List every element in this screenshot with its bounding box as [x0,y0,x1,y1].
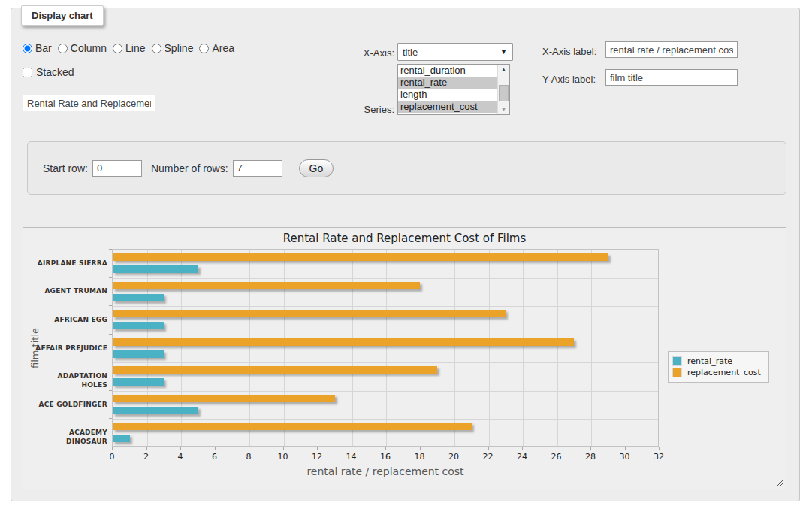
go-button[interactable]: Go [299,159,334,177]
scroll-up-icon[interactable]: ▲ [498,65,509,74]
x-axis-title: rental rate / replacement cost [112,465,659,477]
gridline [113,362,658,363]
x-tick-label: 32 [654,452,664,462]
gridline [523,250,524,446]
radio-label: Area [212,42,234,54]
x-tick [180,447,181,450]
y-tick [109,277,112,278]
radio-label: Column [71,42,107,54]
x-axis-select-label: X-Axis: [342,47,394,59]
y-tick [109,305,112,306]
scroll-down-icon[interactable]: ▼ [498,105,509,114]
chart-type-option-bar[interactable]: Bar [23,42,52,54]
gridline [489,250,490,446]
x-tick [112,447,113,450]
scrollbar-thumb[interactable] [499,85,509,101]
x-tick-label: 30 [620,452,630,462]
legend-swatch [672,368,682,377]
series-option-replacement_cost[interactable]: replacement_cost [398,101,497,113]
chart-title-input[interactable] [23,95,155,111]
x-tick [522,447,523,450]
x-tick [659,447,660,450]
category-label: ACE GOLDFINGER [34,400,107,409]
x-axis-selected-value: title [403,47,418,58]
stacked-checkbox[interactable] [23,68,32,77]
legend-item: replacement_cost [672,368,761,377]
chart-type-radio-group: BarColumnLineSplineArea [23,42,240,54]
stacked-option[interactable]: Stacked [23,66,74,78]
x-tick-label: 20 [448,452,459,462]
y-tick [109,447,112,447]
x-tick [385,447,386,450]
y-tick [109,249,112,250]
x-tick-label: 8 [246,452,252,462]
x-tick-label: 18 [415,452,425,462]
x-tick-label: 4 [178,452,183,462]
x-tick-label: 10 [278,452,288,462]
gridline [591,250,592,446]
chart-bar [113,395,335,402]
gridline [626,250,626,446]
x-tick-label: 16 [380,452,391,462]
x-tick-label: 0 [110,452,115,462]
x-tick [557,447,557,450]
fieldset-legend: Display chart [21,5,104,26]
gridline [113,419,658,420]
page: Display chart BarColumnLineSplineArea St… [0,0,812,512]
gridline [421,250,421,446]
x-tick [488,447,489,450]
category-label: ADAPTATION HOLES [34,371,107,389]
y-tick [109,362,112,362]
chart-bar [113,253,608,261]
radio-area[interactable] [199,44,209,53]
number-of-rows-input[interactable] [233,160,282,177]
gridline [147,250,148,446]
series-option-rental_rate[interactable]: rental_rate [398,77,497,89]
radio-line[interactable] [113,44,122,53]
chart-type-option-area[interactable]: Area [199,42,234,54]
gridline [113,278,658,279]
chart-bar [113,338,574,346]
chart-title: Rental Rate and Replacement Cost of Film… [23,232,786,245]
legend-label: replacement_cost [687,368,761,377]
chart-bar [113,322,164,329]
x-axis-label-input[interactable] [605,41,738,58]
chart-type-option-column[interactable]: Column [58,42,107,54]
radio-bar[interactable] [23,44,32,53]
radio-column[interactable] [58,44,68,53]
x-axis-select[interactable]: title ▼ [397,43,513,61]
gridline [557,250,558,446]
radio-label: Bar [35,42,52,54]
category-label: AIRPLANE SIERRA [34,259,107,268]
x-tick [249,447,249,450]
x-tick-label: 24 [517,452,527,462]
legend-item: rental_rate [672,356,761,366]
resize-handle[interactable] [774,477,783,486]
gridline [284,250,285,446]
chart-type-option-spline[interactable]: Spline [152,42,194,54]
row-controls-box: Start row: Number of rows: Go [27,141,786,195]
chart-bar [113,435,130,442]
series-listbox[interactable]: rental_durationrental_ratelengthreplacem… [397,64,510,115]
plot-area [112,249,659,447]
stacked-label: Stacked [36,66,74,78]
series-option-rental_duration[interactable]: rental_duration [398,65,497,77]
x-tick-label: 28 [585,452,596,462]
number-of-rows-label: Number of rows: [151,162,228,174]
x-tick-label: 6 [212,452,217,462]
scrollbar[interactable]: ▲ ▼ [497,65,509,114]
chart-type-option-line[interactable]: Line [113,42,145,54]
radio-label: Spline [165,42,194,54]
chart-bar [113,423,472,430]
gridline [318,250,318,446]
y-axis-label-caption: Y-Axis label: [542,74,602,85]
chart-legend: rental_ratereplacement_cost [668,351,769,383]
gridline [249,250,250,446]
series-option-length[interactable]: length [398,89,497,101]
y-axis-label-input[interactable] [605,69,738,86]
radio-spline[interactable] [152,44,161,53]
x-tick [283,447,284,450]
x-tick-label: 26 [551,452,562,462]
legend-swatch [672,356,682,366]
start-row-input[interactable] [92,160,142,177]
